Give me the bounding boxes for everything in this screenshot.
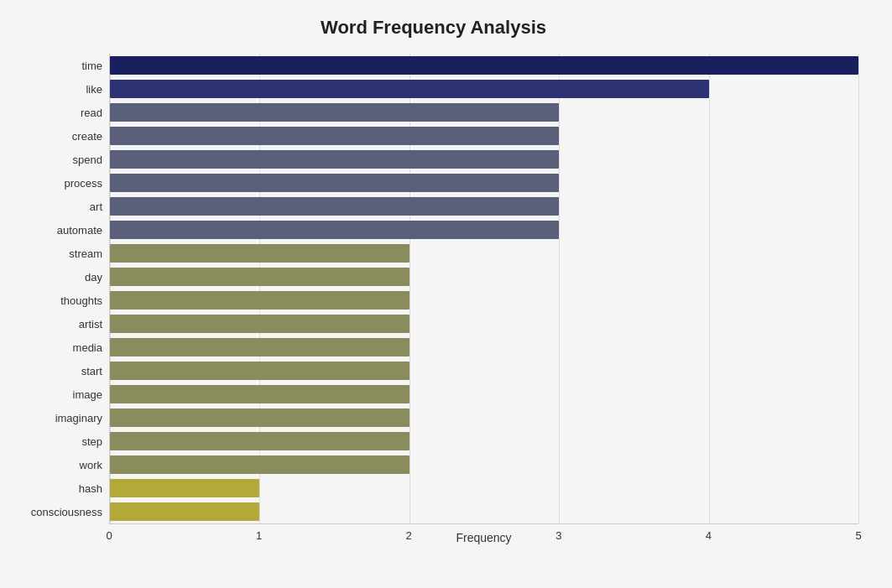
bar-row-process bbox=[110, 171, 858, 195]
chart-title: Word Frequency Analysis bbox=[8, 17, 858, 39]
y-label-art: art bbox=[90, 195, 102, 218]
y-label-step: step bbox=[81, 430, 102, 454]
bar-automate bbox=[110, 221, 559, 239]
y-label-spend: spend bbox=[73, 148, 102, 171]
bar-row-artist bbox=[110, 312, 858, 336]
bar-step bbox=[110, 432, 409, 450]
bar-day bbox=[110, 268, 409, 286]
bar-row-work bbox=[110, 453, 858, 476]
x-tick-1: 1 bbox=[256, 529, 262, 542]
y-label-like: like bbox=[86, 77, 102, 101]
bars-area bbox=[109, 54, 858, 524]
bar-row-read bbox=[110, 101, 858, 124]
x-tick-0: 0 bbox=[106, 529, 112, 542]
bar-row-imaginary bbox=[110, 406, 858, 429]
bar-row-media bbox=[110, 336, 858, 359]
bar-image bbox=[110, 385, 409, 403]
y-label-image: image bbox=[73, 383, 102, 407]
y-label-automate: automate bbox=[57, 218, 102, 242]
bar-row-step bbox=[110, 429, 858, 453]
y-label-stream: stream bbox=[69, 242, 102, 265]
bar-row-automate bbox=[110, 218, 858, 242]
x-tick-5: 5 bbox=[855, 529, 861, 542]
bar-create bbox=[110, 127, 559, 145]
bar-consciousness bbox=[110, 502, 259, 521]
y-axis: timelikereadcreatespendprocessartautomat… bbox=[8, 54, 109, 524]
bar-row-create bbox=[110, 124, 858, 148]
y-label-create: create bbox=[72, 124, 102, 148]
bar-row-like bbox=[110, 77, 858, 101]
bar-row-spend bbox=[110, 148, 858, 171]
bar-row-stream bbox=[110, 242, 858, 265]
y-label-read: read bbox=[81, 101, 102, 124]
y-label-thoughts: thoughts bbox=[60, 289, 102, 312]
bar-row-day bbox=[110, 265, 858, 289]
bar-thoughts bbox=[110, 291, 409, 310]
y-label-time: time bbox=[81, 54, 102, 77]
bar-row-start bbox=[110, 359, 858, 382]
grid-line-5 bbox=[858, 54, 859, 523]
bar-process bbox=[110, 174, 559, 192]
bar-row-time bbox=[110, 54, 858, 77]
y-label-hash: hash bbox=[79, 477, 102, 501]
x-axis: 012345 bbox=[109, 524, 858, 529]
y-label-imaginary: imaginary bbox=[55, 407, 102, 430]
x-tick-2: 2 bbox=[406, 529, 412, 542]
x-tick-4: 4 bbox=[706, 529, 712, 542]
bar-work bbox=[110, 455, 409, 474]
bar-row-art bbox=[110, 195, 858, 218]
y-label-consciousness: consciousness bbox=[31, 501, 102, 524]
y-label-day: day bbox=[85, 265, 102, 289]
bar-start bbox=[110, 362, 409, 380]
bar-media bbox=[110, 338, 409, 356]
bar-like bbox=[110, 80, 709, 98]
y-label-start: start bbox=[81, 360, 102, 383]
bar-art bbox=[110, 197, 559, 216]
bar-stream bbox=[110, 244, 409, 263]
bar-row-hash bbox=[110, 476, 858, 500]
x-tick-3: 3 bbox=[556, 529, 561, 542]
bar-spend bbox=[110, 150, 559, 169]
y-label-work: work bbox=[80, 454, 102, 477]
bar-imaginary bbox=[110, 408, 409, 427]
bar-row-consciousness bbox=[110, 500, 858, 523]
bar-time bbox=[110, 56, 858, 75]
bar-read bbox=[110, 103, 559, 122]
bar-row-image bbox=[110, 382, 858, 406]
bars-and-xaxis: 012345 Frequency bbox=[109, 54, 858, 524]
bar-artist bbox=[110, 315, 409, 333]
y-label-media: media bbox=[73, 336, 102, 360]
y-label-artist: artist bbox=[79, 313, 102, 336]
bar-row-thoughts bbox=[110, 289, 858, 312]
chart-area: timelikereadcreatespendprocessartautomat… bbox=[8, 54, 858, 524]
chart-container: Word Frequency Analysis timelikereadcrea… bbox=[0, 0, 892, 588]
bar-hash bbox=[110, 479, 259, 497]
y-label-process: process bbox=[64, 171, 102, 195]
x-axis-label: Frequency bbox=[109, 531, 858, 544]
